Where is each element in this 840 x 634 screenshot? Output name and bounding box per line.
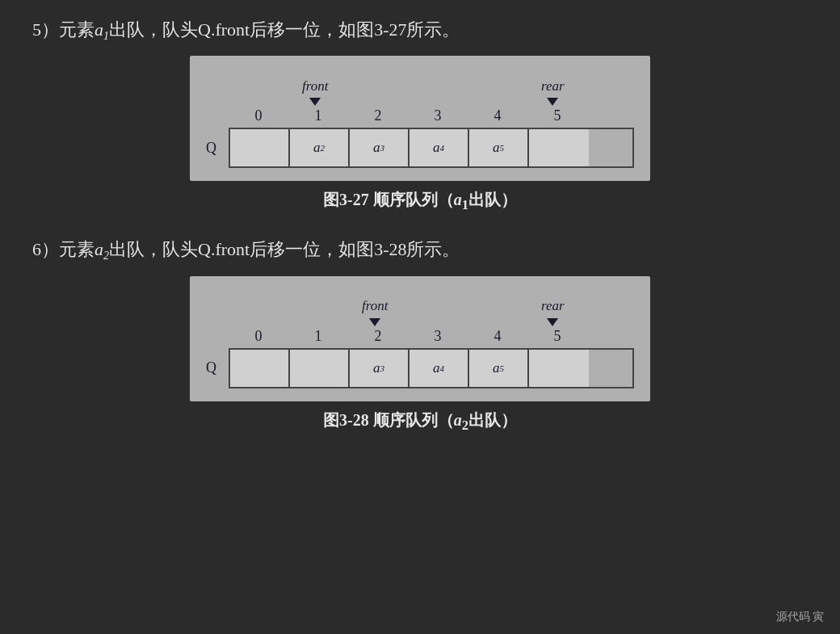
cell-28-4: a5 <box>469 350 529 387</box>
index-0: 0 <box>229 107 288 124</box>
index-3: 3 <box>408 107 468 124</box>
idx-5: 5 <box>527 328 587 345</box>
cell-27-1: a2 <box>290 129 350 166</box>
cell-27-5 <box>529 129 589 166</box>
index-row-27: 0 1 2 3 4 5 <box>206 107 634 124</box>
cell-27-3: a4 <box>410 129 469 166</box>
pointer-row-28: front rear <box>206 288 634 326</box>
index-row-28: 0 1 2 3 4 5 <box>206 328 634 345</box>
idx-0: 0 <box>229 328 288 345</box>
rear-arrow-28 <box>547 318 558 326</box>
idx-1: 1 <box>288 328 348 345</box>
page-container: 5）元素a1出队，队头Q.front后移一位，如图3-27所示。 front r… <box>0 0 840 634</box>
front-pointer-27: front <box>302 78 328 106</box>
index-cells-27: 0 1 2 3 4 5 <box>229 107 634 124</box>
diagram-28-container: front rear 0 1 2 3 <box>32 276 808 434</box>
section-6: 6）元素a2出队，队头Q.front后移一位，如图3-28所示。 front r… <box>32 236 808 441</box>
cells-28: a3 a4 a5 <box>229 348 634 388</box>
cell-28-3: a4 <box>410 350 469 387</box>
index-4: 4 <box>468 107 527 124</box>
rear-pointer-28: rear <box>541 298 565 325</box>
section-5-text: 5）元素a1出队，队头Q.front后移一位，如图3-27所示。 <box>32 16 460 44</box>
rear-arrow-27 <box>547 98 558 106</box>
diagram-27-container: front rear 0 1 2 3 <box>32 56 808 213</box>
figure-28-caption: 图3-28 顺序队列（a2出队） <box>323 409 517 434</box>
index-5: 5 <box>527 107 587 124</box>
cell-27-2: a3 <box>350 129 410 166</box>
idx-4: 4 <box>468 328 527 345</box>
idx-3: 3 <box>408 328 468 345</box>
element-a2: a2 <box>94 239 109 259</box>
section-5: 5）元素a1出队，队头Q.front后移一位，如图3-27所示。 front r… <box>32 16 808 221</box>
index-cells-28: 0 1 2 3 4 5 <box>229 328 634 345</box>
front-label-28: front <box>362 298 388 314</box>
idx-2: 2 <box>348 328 408 345</box>
data-row-28: Q a3 a4 a5 <box>206 348 634 388</box>
q-label-27: Q <box>206 140 229 157</box>
cell-28-0 <box>230 350 290 387</box>
cell-28-2: a3 <box>350 350 410 387</box>
rear-label-28: rear <box>541 298 565 314</box>
q-label-28: Q <box>206 359 229 376</box>
front-arrow-27 <box>309 98 321 106</box>
front-pointer-28: front <box>362 298 388 325</box>
watermark: 源代码 寅 <box>776 610 825 624</box>
cell-27-0 <box>230 129 290 166</box>
front-label-27: front <box>302 78 328 94</box>
cell-27-4: a5 <box>469 129 529 166</box>
queue-diagram-28: front rear 0 1 2 3 <box>190 276 650 401</box>
data-row-27: Q a2 a3 a4 a5 <box>206 128 634 168</box>
element-a1: a1 <box>94 19 109 40</box>
index-1: 1 <box>288 107 348 124</box>
pointer-row-27: front rear <box>206 67 634 106</box>
cells-27: a2 a3 a4 a5 <box>229 128 634 168</box>
queue-diagram-27: front rear 0 1 2 3 <box>190 56 650 181</box>
index-2: 2 <box>348 107 408 124</box>
rear-pointer-27: rear <box>541 78 565 106</box>
cell-28-1 <box>290 350 350 387</box>
rear-label-27: rear <box>541 78 565 94</box>
section-6-text: 6）元素a2出队，队头Q.front后移一位，如图3-28所示。 <box>32 236 460 264</box>
front-arrow-28 <box>369 318 380 326</box>
cell-28-5 <box>529 350 589 387</box>
figure-27-caption: 图3-27 顺序队列（a1出队） <box>323 189 517 213</box>
